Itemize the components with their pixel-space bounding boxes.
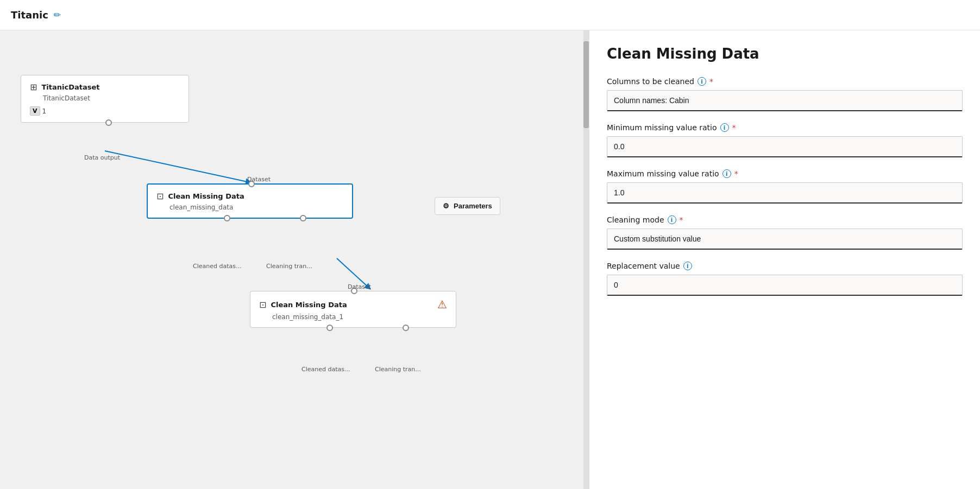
app-title: Titanic bbox=[11, 9, 48, 21]
node-clean-missing-data-1[interactable]: ⊡ Clean Missing Data clean_missing_data bbox=[147, 183, 353, 219]
node-subtitle: TitanicDataset bbox=[43, 94, 180, 102]
right-panel: Clean Missing Data Columns to be cleaned… bbox=[589, 30, 980, 489]
node-title-2: Clean Missing Data bbox=[271, 301, 347, 309]
parameters-button[interactable]: ⚙ Parameters bbox=[435, 197, 500, 215]
node-subtitle-2: clean_missing_data_1 bbox=[272, 313, 447, 321]
output-port-dataset[interactable] bbox=[105, 119, 112, 126]
field-label-min-ratio: Minimum missing value ratio i * bbox=[607, 123, 963, 132]
field-group-columns: Columns to be cleaned i * bbox=[607, 77, 963, 111]
field-label-max-ratio: Maximum missing value ratio i * bbox=[607, 169, 963, 178]
app-header: Titanic ✏ bbox=[0, 0, 980, 30]
label-dataset-1: Dataset bbox=[247, 176, 271, 183]
label-text-columns: Columns to be cleaned bbox=[607, 77, 694, 86]
required-star-columns: * bbox=[709, 77, 713, 86]
info-icon-cleaning-mode[interactable]: i bbox=[668, 215, 676, 224]
label-cleaned-1: Cleaned datas... bbox=[193, 263, 241, 270]
canvas-scrollbar-thumb[interactable] bbox=[583, 41, 589, 128]
label-data-output: Data output bbox=[84, 154, 120, 161]
input-max-ratio[interactable] bbox=[607, 182, 963, 204]
field-label-columns: Columns to be cleaned i * bbox=[607, 77, 963, 86]
output-port-clean1-2[interactable] bbox=[300, 215, 306, 221]
label-text-max-ratio: Maximum missing value ratio bbox=[607, 169, 719, 178]
node-badge: V 1 bbox=[30, 106, 180, 116]
input-columns-to-clean[interactable] bbox=[607, 90, 963, 111]
clean-icon: ⊡ bbox=[156, 191, 164, 201]
warning-icon: ⚠ bbox=[437, 298, 447, 311]
required-star-cleaning: * bbox=[680, 215, 683, 224]
badge-num: 1 bbox=[42, 107, 47, 115]
node-header: ⊡ Clean Missing Data ⚠ bbox=[259, 298, 447, 311]
field-label-cleaning-mode: Cleaning mode i * bbox=[607, 215, 963, 224]
node-header: ⊞ TitanicDataset bbox=[30, 82, 180, 92]
clean-icon-2: ⊡ bbox=[259, 300, 266, 310]
label-cleaned-2: Cleaned datas... bbox=[301, 366, 350, 373]
info-icon-columns[interactable]: i bbox=[698, 77, 706, 86]
field-label-replacement: Replacement value i bbox=[607, 262, 963, 270]
edit-icon[interactable]: ✏ bbox=[54, 10, 61, 20]
dataset-icon: ⊞ bbox=[30, 82, 37, 92]
output-port-clean2-2[interactable] bbox=[403, 325, 409, 331]
parameters-label: Parameters bbox=[454, 202, 492, 210]
input-replacement[interactable] bbox=[607, 275, 963, 296]
label-text-min-ratio: Minimum missing value ratio bbox=[607, 123, 717, 132]
node-header: ⊡ Clean Missing Data bbox=[156, 191, 343, 201]
info-icon-max-ratio[interactable]: i bbox=[723, 169, 731, 178]
node-titanic-dataset[interactable]: ⊞ TitanicDataset TitanicDataset V 1 bbox=[21, 75, 189, 123]
field-group-min-ratio: Minimum missing value ratio i * bbox=[607, 123, 963, 157]
node-title: TitanicDataset bbox=[41, 83, 99, 91]
canvas-scrollbar[interactable] bbox=[583, 30, 589, 489]
main-content: ⊞ TitanicDataset TitanicDataset V 1 Data… bbox=[0, 30, 980, 489]
input-min-ratio[interactable] bbox=[607, 136, 963, 157]
node-clean-missing-data-2[interactable]: ⊡ Clean Missing Data ⚠ clean_missing_dat… bbox=[250, 291, 456, 328]
required-star-min: * bbox=[732, 123, 736, 132]
node-title: Clean Missing Data bbox=[168, 192, 244, 200]
canvas-area: ⊞ TitanicDataset TitanicDataset V 1 Data… bbox=[0, 30, 589, 489]
label-cleaning-tran-1: Cleaning tran... bbox=[266, 263, 312, 270]
info-icon-min-ratio[interactable]: i bbox=[720, 123, 729, 132]
label-cleaning-tran-2: Cleaning tran... bbox=[375, 366, 421, 373]
input-cleaning-mode[interactable] bbox=[607, 228, 963, 250]
label-dataset-2: Dataset bbox=[348, 283, 371, 290]
label-text-replacement: Replacement value bbox=[607, 262, 680, 270]
output-port-clean1-1[interactable] bbox=[224, 215, 230, 221]
required-star-max: * bbox=[734, 169, 738, 178]
parameters-icon: ⚙ bbox=[443, 202, 449, 210]
info-icon-replacement[interactable]: i bbox=[683, 262, 692, 270]
label-text-cleaning-mode: Cleaning mode bbox=[607, 215, 664, 224]
output-port-clean2-1[interactable] bbox=[326, 325, 333, 331]
badge-v: V bbox=[30, 106, 40, 116]
field-group-cleaning-mode: Cleaning mode i * bbox=[607, 215, 963, 250]
svg-line-1 bbox=[105, 151, 250, 182]
node-subtitle: clean_missing_data bbox=[169, 204, 343, 211]
field-group-max-ratio: Maximum missing value ratio i * bbox=[607, 169, 963, 204]
panel-title: Clean Missing Data bbox=[607, 46, 963, 62]
field-group-replacement: Replacement value i bbox=[607, 262, 963, 296]
